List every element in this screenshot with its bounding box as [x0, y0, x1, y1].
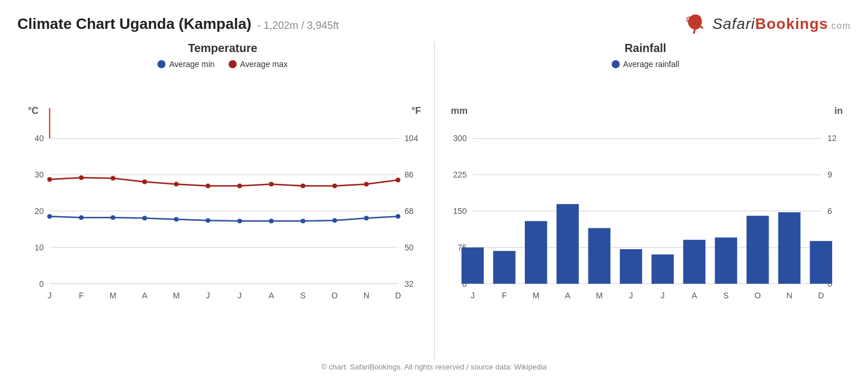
temp-max-dot: [229, 60, 237, 68]
temp-max-legend: Average max: [229, 60, 288, 69]
svg-text:A: A: [692, 291, 697, 300]
rain-bar-jul: [651, 254, 674, 284]
svg-point-52: [332, 183, 337, 188]
rain-legend-item: Average rainfall: [612, 60, 679, 69]
svg-text:6: 6: [827, 206, 832, 216]
svg-text:50: 50: [404, 243, 414, 252]
temperature-chart-section: Temperature Average min Average max °C °…: [17, 42, 428, 359]
svg-text:O: O: [754, 291, 760, 300]
rain-bar-nov: [778, 212, 800, 284]
svg-text:O: O: [332, 291, 338, 300]
rain-bar-may: [588, 228, 610, 283]
svg-text:86: 86: [404, 170, 414, 179]
svg-point-36: [205, 218, 210, 223]
rain-bar-dec: [810, 241, 832, 284]
svg-text:J: J: [238, 291, 242, 300]
rain-bar-aug: [683, 240, 705, 284]
rainfall-legend: Average rainfall: [440, 60, 851, 69]
svg-text:in: in: [834, 105, 843, 116]
svg-point-41: [364, 216, 369, 220]
rain-bar-jun: [620, 249, 642, 284]
svg-point-50: [269, 182, 274, 186]
svg-point-40: [332, 218, 337, 223]
svg-text:D: D: [818, 291, 823, 300]
rain-dot: [612, 60, 620, 68]
svg-point-43: [47, 177, 52, 182]
svg-text:J: J: [660, 291, 664, 300]
page-title: Climate Chart Uganda (Kampala): [17, 15, 252, 33]
rain-bar-sep: [715, 238, 737, 284]
svg-text:J: J: [206, 291, 210, 300]
rain-bar-feb: [493, 251, 516, 284]
svg-point-34: [142, 216, 147, 220]
svg-point-51: [301, 183, 306, 188]
svg-point-42: [396, 214, 400, 219]
svg-point-47: [174, 182, 179, 186]
svg-text:J: J: [47, 291, 52, 300]
svg-point-35: [174, 217, 179, 221]
title-area: Climate Chart Uganda (Kampala) - 1,202m …: [17, 15, 339, 33]
svg-point-46: [142, 179, 147, 184]
rainfall-chart-section: Rainfall Average rainfall mm in 0: [440, 42, 851, 359]
svg-text:10: 10: [35, 243, 44, 252]
svg-point-53: [364, 182, 369, 186]
svg-text:M: M: [532, 291, 539, 300]
svg-text:N: N: [786, 291, 792, 300]
svg-text:40: 40: [35, 134, 44, 143]
svg-text:°F: °F: [411, 105, 421, 116]
svg-text:M: M: [109, 291, 116, 300]
svg-text:J: J: [628, 291, 632, 300]
rain-bar-apr: [556, 204, 579, 284]
svg-text:30: 30: [35, 170, 44, 179]
temp-min-dot: [157, 60, 165, 68]
svg-text:12: 12: [827, 134, 836, 143]
svg-text:M: M: [173, 291, 180, 300]
svg-text:A: A: [142, 291, 148, 300]
svg-point-0: [692, 20, 693, 21]
temperature-chart-area: °C °F 0 32 10 50 20: [17, 73, 428, 342]
svg-text:D: D: [395, 291, 401, 300]
svg-text:A: A: [565, 291, 571, 300]
logo-text: SafariBookings.com: [712, 15, 851, 33]
svg-text:225: 225: [453, 170, 466, 179]
svg-point-32: [79, 215, 83, 220]
svg-point-31: [47, 214, 52, 219]
svg-text:A: A: [269, 291, 274, 300]
svg-text:68: 68: [404, 206, 414, 216]
svg-text:150: 150: [453, 206, 466, 216]
page-header: Climate Chart Uganda (Kampala) - 1,202m …: [17, 12, 851, 36]
page-subtitle: - 1,202m / 3,945ft: [258, 20, 339, 32]
svg-point-45: [111, 176, 115, 180]
charts-row: Temperature Average min Average max °C °…: [17, 42, 851, 359]
svg-text:S: S: [300, 291, 306, 300]
svg-text:M: M: [595, 291, 602, 300]
footer: © chart: SafariBookings. All rights rese…: [17, 363, 851, 371]
temperature-chart-title: Temperature: [17, 42, 428, 55]
rain-bar-jan: [461, 247, 484, 284]
chart-divider: [434, 42, 435, 359]
svg-text:104: 104: [404, 134, 418, 143]
svg-text:20: 20: [35, 206, 44, 216]
rainfall-chart-title: Rainfall: [440, 42, 851, 55]
svg-point-44: [79, 175, 83, 180]
svg-point-49: [237, 183, 242, 188]
temperature-svg: °C °F 0 32 10 50 20: [17, 73, 428, 342]
rainfall-chart-area: mm in 0 0 75 3 150 6 225 9: [440, 73, 851, 342]
temp-min-label: Average min: [169, 60, 214, 69]
logo: SafariBookings.com: [683, 12, 851, 36]
svg-text:J: J: [470, 291, 475, 300]
svg-text:300: 300: [453, 134, 466, 143]
svg-text:0: 0: [39, 279, 44, 289]
temp-min-legend: Average min: [157, 60, 214, 69]
svg-text:32: 32: [404, 279, 414, 289]
svg-point-54: [396, 178, 400, 182]
svg-text:°C: °C: [28, 105, 38, 116]
rainfall-svg: mm in 0 0 75 3 150 6 225 9: [440, 73, 851, 342]
svg-point-39: [301, 219, 306, 223]
rain-bar-mar: [524, 221, 547, 283]
svg-text:N: N: [363, 291, 369, 300]
svg-point-38: [269, 219, 274, 223]
svg-text:S: S: [723, 291, 728, 300]
svg-text:F: F: [79, 291, 84, 300]
svg-text:F: F: [502, 291, 507, 300]
